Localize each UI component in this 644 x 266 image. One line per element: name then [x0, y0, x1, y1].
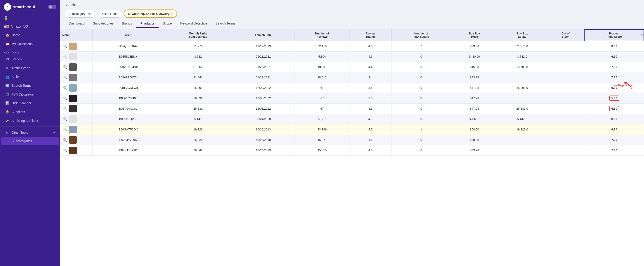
active-category-tab[interactable]: ⊞ Clothing, Shoes & Jewelry × — [124, 10, 177, 18]
product-thumbnail — [69, 63, 77, 71]
product-thumbnail — [69, 95, 77, 102]
asin-cell: B08V8PGQT1 — [92, 72, 164, 83]
tab-keyword-detective[interactable]: Keyword Detective — [176, 20, 212, 28]
tab-brands[interactable]: Brands — [118, 20, 136, 28]
page-score-cell: 6.80 — [585, 83, 644, 93]
row-search-button[interactable]: 🔍 — [62, 116, 68, 122]
monthly-units-cell: 3,742 — [164, 51, 232, 62]
monthly-units-cell: 21,770 — [164, 41, 232, 51]
sidebar-item-fba-calculator[interactable]: 🧮 FBA Calculator — [2, 90, 59, 98]
buy-box-price-cell: $45.98 — [451, 62, 498, 72]
menu-cell: 🔍 — [62, 126, 90, 133]
key-tools-label: Key Tools — [0, 48, 60, 55]
sidebar-item-upc-scanner[interactable]: 📊 UPC Scanner — [2, 99, 59, 107]
row-search-button[interactable]: 🔍 — [62, 75, 68, 80]
col-num-reviews: Number ofReviews — [295, 29, 350, 41]
review-rating-cell: 4.6 — [350, 114, 392, 124]
buy-box-equity-cell: 15,783.0 — [498, 62, 546, 72]
product-thumbnail — [69, 136, 77, 144]
buy-box-equity-cell: 21,770.0 — [498, 41, 546, 51]
sidebar-item-brands[interactable]: 🏷 Brands — [2, 55, 59, 63]
niche-finder-tab[interactable]: Niche Finder — [98, 10, 122, 18]
buy-box-price-cell: $47.98 — [451, 103, 498, 114]
page-score-cell: 7.80 — [585, 135, 644, 145]
row-search-button[interactable]: 🔍 — [62, 106, 68, 111]
row-search-button[interactable]: 🔍 — [62, 64, 68, 70]
num-reviews-cell: 5,887 — [295, 114, 350, 124]
menu-cell: 🔍 — [62, 147, 90, 154]
sidebar-item-search-terms[interactable]: 🔤 Search Terms — [2, 81, 59, 90]
subcategories-label: Subcategories — [5, 139, 32, 143]
menu-cell: 🔍 — [62, 115, 90, 123]
row-search-button[interactable]: 🔍 — [62, 85, 68, 91]
table-row: 🔍B08V8PGQT131,44101/28/202118,6134.40$43… — [60, 72, 644, 83]
launch-date-cell: 10/24/2019 — [232, 135, 295, 145]
table-header-row: Menu ASIN Monthly UnitsSold Estimate Lau… — [60, 29, 644, 41]
num-reviews-cell: 67 — [295, 103, 350, 114]
col-menu: Menu — [60, 29, 92, 41]
table-row: 🔍B0BPJ23JKC26,33012/08/2022673.60$47.985… — [60, 93, 644, 103]
buy-box-equity-cell — [498, 145, 546, 156]
table-container[interactable]: Menu ASIN Monthly UnitsSold Estimate Lau… — [60, 29, 644, 266]
row-search-button[interactable]: 🔍 — [62, 137, 68, 143]
page-score-cell: 7.80 — [585, 62, 644, 72]
sidebar-item-traffic-graph[interactable]: ✳ Traffic Graph — [2, 64, 59, 72]
monthly-units-cell: 26,829 — [164, 135, 232, 145]
active-category-label: Clothing, Shoes & Jewelry — [132, 12, 170, 16]
sidebar-item-other-tools[interactable]: ⚙ Other Tools ▾ — [2, 128, 59, 137]
tab-dashboard[interactable]: Dashboard — [65, 20, 89, 28]
sidebar-item-suppliers[interactable]: 📦 Suppliers — [2, 108, 59, 116]
row-search-button[interactable]: 🔍 — [62, 44, 68, 49]
asin-cell: B0BPJ4XQ8L — [92, 103, 164, 114]
tab-scope[interactable]: Scope — [158, 20, 176, 28]
launch-date-cell: 12/08/2022 — [232, 103, 295, 114]
row-search-button[interactable]: 🔍 — [62, 54, 68, 59]
sidebar-item-label: UPC Scanner — [12, 101, 32, 105]
tab-subcategories[interactable]: Subcategories — [89, 20, 118, 28]
logo-area[interactable]: s smartscout — [4, 3, 35, 11]
buy-box-equity-cell: 3,742.0 — [498, 51, 546, 62]
subcategory-tree-tab[interactable]: Subcategory Tree — [65, 10, 96, 18]
top-bar: Search: — [60, 0, 644, 10]
col-buy-box-equity: Buy BoxEquity — [498, 29, 546, 41]
sidebar-item-my-collections[interactable]: 📁 My Collections — [2, 40, 59, 48]
asin-cell: B0BPJGNLCB — [92, 83, 164, 93]
low-page-score-badge: 5.80 — [610, 106, 619, 111]
sidebar-item-subcategories[interactable]: Subcategories — [2, 137, 59, 145]
asin-cell: B08V8XBMNB — [92, 62, 164, 72]
fba-sellers-cell: 0 — [392, 72, 451, 83]
row-search-button[interactable]: 🔍 — [62, 95, 68, 101]
row-search-button[interactable]: 🔍 — [62, 127, 68, 132]
col-monthly-units: Monthly UnitsSold Estimate — [164, 29, 232, 41]
buy-box-equity-cell — [498, 93, 546, 103]
table-row: 🔍B0BPJGNLCB26,89112/08/2022673.60$47.982… — [60, 83, 644, 93]
num-reviews-cell: 67 — [295, 93, 350, 103]
brands-icon: 🏷 — [5, 57, 9, 61]
menu-cell: 🔍 — [62, 63, 90, 71]
row-search-button[interactable]: 🔍 — [62, 148, 68, 153]
out-of-stock-cell — [546, 41, 585, 51]
flag-icon: 🇺🇸 — [4, 24, 9, 29]
buy-box-price-cell: $206.51 — [451, 114, 498, 124]
review-rating-cell: 4.6 — [350, 145, 392, 156]
buy-box-price-cell: $430.00 — [451, 51, 498, 62]
toggle-switch[interactable] — [48, 5, 56, 9]
sidebar-item-home[interactable]: 🏠 Home — [2, 31, 59, 39]
amazon-row[interactable]: 🇺🇸 Amazon US — [0, 22, 60, 31]
lock-icon: 🔒 — [4, 16, 8, 20]
home-icon: 🏠 — [5, 33, 9, 37]
close-tab-button[interactable]: × — [171, 12, 173, 16]
product-thumbnail — [69, 43, 77, 50]
logo-icon: s — [4, 3, 11, 11]
sidebar-item-sellers[interactable]: 👥 Sellers — [2, 73, 59, 81]
search-input[interactable] — [78, 2, 124, 7]
col-launch-date: Launch Date — [232, 29, 295, 41]
out-of-stock-cell — [546, 62, 585, 72]
num-reviews-cell: 18,613 — [295, 72, 350, 83]
tab-products[interactable]: Products — [136, 20, 158, 28]
column-settings-icon[interactable]: ≡ — [640, 33, 642, 37]
buy-box-price-cell: $39.98 — [451, 135, 498, 145]
asin-cell: B0BPJ23JKC — [92, 93, 164, 103]
sidebar-item-ai-listing[interactable]: ✨ AI Listing Architect — [2, 116, 59, 125]
tab-search-terms[interactable]: Search Terms — [211, 20, 239, 28]
